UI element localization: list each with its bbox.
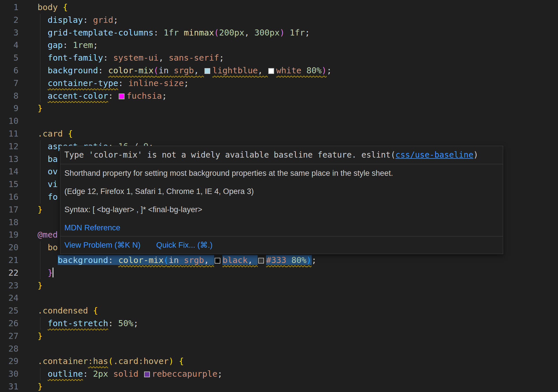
- code-token: {: [93, 306, 98, 316]
- line-number: 17: [0, 204, 18, 216]
- code-token: container-type: [48, 78, 118, 88]
- line-number: 26: [0, 317, 18, 330]
- code-line[interactable]: 11.card {: [0, 128, 558, 140]
- line-number: 30: [0, 368, 18, 380]
- color-swatch[interactable]: [268, 68, 274, 74]
- code-token: }: [38, 382, 42, 391]
- color-swatch[interactable]: [258, 258, 264, 264]
- code-token: fo: [48, 192, 58, 202]
- line-number: 12: [0, 140, 18, 153]
- code-line[interactable]: 31}: [0, 380, 558, 392]
- code-token: ba: [48, 154, 58, 164]
- code-token: ): [321, 66, 326, 75]
- code-line[interactable]: 25.condensed {: [0, 305, 558, 317]
- code-token: [38, 154, 48, 164]
- code-line[interactable]: 21 background: color-mix(in srgb, black,…: [0, 254, 558, 267]
- code-line[interactable]: 9}: [0, 102, 558, 115]
- line-number: 4: [0, 39, 18, 52]
- code-token: [38, 53, 48, 63]
- code-line-content[interactable]: vi: [38, 178, 58, 191]
- code-token: :: [63, 40, 73, 50]
- code-line-content[interactable]: .condensed {: [38, 305, 98, 317]
- color-swatch[interactable]: [204, 68, 210, 74]
- code-line-content[interactable]: }: [38, 204, 42, 216]
- code-line-content[interactable]: ov: [38, 165, 58, 178]
- code-line-content[interactable]: display: grid;: [38, 14, 118, 27]
- code-line[interactable]: 10: [0, 115, 558, 128]
- code-line[interactable]: 28: [0, 343, 558, 355]
- code-token: ;: [133, 318, 138, 328]
- code-line[interactable]: 29.container:has(.card:hover) {: [0, 355, 558, 368]
- code-line-content[interactable]: font-family: system-ui, sans-serif;: [38, 52, 224, 64]
- code-line[interactable]: 3 grid-template-columns: 1fr minmax(200p…: [0, 27, 558, 39]
- code-line[interactable]: 24: [0, 292, 558, 305]
- code-line[interactable]: 27}: [0, 330, 558, 343]
- code-line-content[interactable]: container-type: inline-size;: [38, 77, 189, 90]
- code-line-content[interactable]: accent-color: fuchsia;: [38, 90, 167, 102]
- eslint-rule-link[interactable]: css/use-baseline: [395, 150, 473, 160]
- code-line-content[interactable]: }: [38, 380, 42, 392]
- code-token: :: [83, 369, 93, 379]
- code-line[interactable]: 26 font-stretch: 50%;: [0, 317, 558, 330]
- code-token: inline-size: [128, 78, 184, 88]
- code-line[interactable]: 1body {: [0, 1, 558, 14]
- code-token: sans-serif: [169, 53, 219, 63]
- line-number: 21: [0, 254, 18, 267]
- line-number: 7: [0, 77, 18, 90]
- code-editor[interactable]: 1body {2 display: grid;3 grid-template-c…: [0, 0, 558, 392]
- code-token: 1rem: [73, 40, 93, 50]
- code-token: display: [48, 15, 83, 25]
- code-line-content[interactable]: }: [38, 102, 42, 115]
- color-swatch[interactable]: [119, 94, 124, 99]
- quick-fix-action[interactable]: Quick Fix... (⌘.): [156, 241, 213, 249]
- code-line[interactable]: 5 font-family: system-ui, sans-serif;: [0, 52, 558, 64]
- line-number: 13: [0, 153, 18, 166]
- code-line[interactable]: 22 }: [0, 267, 558, 279]
- hover-tooltip: Type 'color-mix' is not a widely availab…: [60, 146, 503, 254]
- code-token: minmax: [184, 28, 214, 38]
- line-number: 20: [0, 241, 18, 254]
- code-line-content[interactable]: font-stretch: 50%;: [38, 317, 138, 330]
- code-line-content[interactable]: gap: 1rem;: [38, 39, 98, 52]
- code-line-content[interactable]: }: [38, 279, 42, 292]
- code-line-content[interactable]: body {: [38, 1, 68, 14]
- code-line-content[interactable]: bo: [38, 241, 58, 254]
- view-problem-action[interactable]: View Problem (⌘K N): [64, 241, 141, 249]
- code-line-content[interactable]: ba: [38, 153, 58, 166]
- code-token: .condensed: [38, 306, 93, 316]
- code-token: ;: [219, 53, 224, 63]
- code-line[interactable]: 7 container-type: inline-size;: [0, 77, 558, 90]
- code-line-content[interactable]: outline: 2px solid rebeccapurple;: [38, 368, 222, 380]
- code-line-content[interactable]: .card {: [38, 128, 73, 140]
- line-number: 9: [0, 102, 18, 115]
- code-line-content[interactable]: @med: [38, 229, 58, 241]
- code-token: ,: [248, 255, 258, 265]
- code-token: (: [164, 255, 169, 265]
- code-token: font-family: [48, 53, 103, 63]
- code-line[interactable]: 6 background: color-mix(in srgb, lightbl…: [0, 64, 558, 77]
- code-line-content[interactable]: }: [38, 267, 53, 279]
- code-line[interactable]: 23}: [0, 279, 558, 292]
- code-line-content[interactable]: grid-template-columns: 1fr minmax(200px,…: [38, 27, 310, 39]
- code-token: #333: [266, 255, 286, 265]
- code-token: [38, 268, 48, 278]
- code-token: ,: [159, 53, 169, 63]
- code-line-content[interactable]: background: color-mix(in srgb, black, #3…: [38, 254, 317, 267]
- code-token: ;: [312, 255, 317, 265]
- color-swatch[interactable]: [215, 258, 220, 264]
- code-line[interactable]: 2 display: grid;: [0, 14, 558, 27]
- code-token: [38, 242, 48, 252]
- doc-browser-support: (Edge 12, Firefox 1, Safari 1, Chrome 1,…: [64, 187, 499, 196]
- color-swatch[interactable]: [144, 372, 150, 377]
- code-line-content[interactable]: .container:has(.card:hover) {: [38, 355, 184, 368]
- code-line[interactable]: 30 outline: 2px solid rebeccapurple;: [0, 368, 558, 380]
- code-line[interactable]: 4 gap: 1rem;: [0, 39, 558, 52]
- code-line[interactable]: 8 accent-color: fuchsia;: [0, 90, 558, 102]
- code-token: ,: [204, 255, 214, 265]
- mdn-reference-link[interactable]: MDN Reference: [64, 223, 120, 232]
- code-line-content[interactable]: }: [38, 330, 42, 343]
- code-line-content[interactable]: background: color-mix(in srgb, lightblue…: [38, 64, 332, 77]
- code-token: 2px: [93, 369, 108, 379]
- code-line-content[interactable]: fo: [38, 191, 58, 204]
- code-token: :: [154, 28, 164, 38]
